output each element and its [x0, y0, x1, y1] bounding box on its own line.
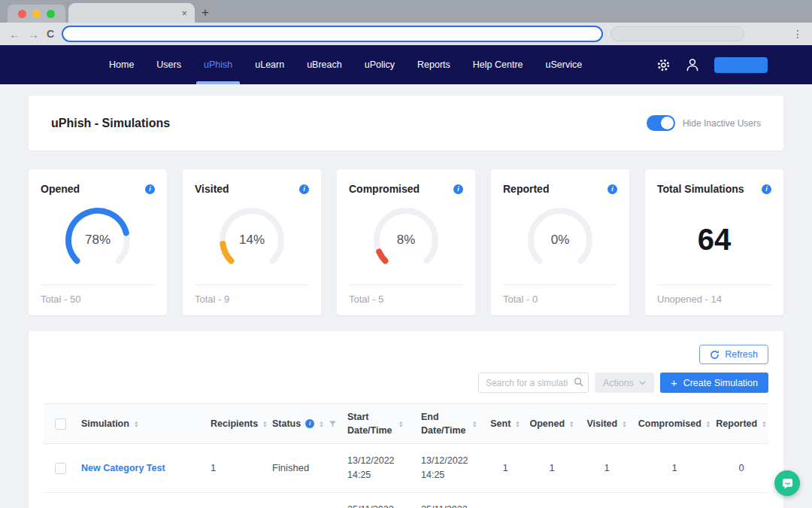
user-profile-icon[interactable] — [685, 57, 700, 72]
column-status[interactable]: Statusi▲▼ — [268, 404, 343, 444]
nav-item-uphish[interactable]: uPhish — [204, 45, 232, 84]
tab-close-icon[interactable]: × — [181, 8, 187, 18]
recipients-cell: 1 — [206, 444, 268, 493]
info-icon[interactable]: i — [299, 184, 309, 194]
stat-footer: Total - 50 — [41, 294, 155, 305]
stat-title: Visited — [195, 183, 229, 195]
table-header-row: Simulation▲▼ Recipients▲▼ Statusi▲▼ Star… — [44, 404, 768, 444]
hide-inactive-label: Hide Inactive Users — [683, 118, 761, 129]
create-simulation-button[interactable]: + Create Simulation — [660, 373, 768, 393]
forward-icon[interactable]: → — [28, 29, 39, 40]
nav-item-reports[interactable]: Reports — [417, 45, 450, 84]
sent-cell: 1 — [486, 444, 525, 493]
nav-action-button[interactable] — [714, 57, 768, 73]
compromised-cell: 1 — [635, 492, 714, 508]
info-icon[interactable]: i — [453, 184, 463, 194]
simulation-search-input[interactable] — [478, 373, 589, 393]
opened-gauge: 78% — [41, 195, 155, 284]
new-tab-button[interactable]: + — [195, 3, 216, 23]
row-checkbox[interactable] — [55, 463, 66, 474]
plus-icon: + — [671, 377, 677, 388]
status-cell: Finished — [268, 444, 343, 493]
back-icon[interactable]: ← — [9, 29, 20, 40]
nav-item-users[interactable]: Users — [156, 45, 181, 84]
nav-item-ulearn[interactable]: uLearn — [255, 45, 284, 84]
sort-icon[interactable]: ▲▼ — [472, 420, 477, 427]
settings-gear-icon[interactable] — [656, 58, 671, 72]
sort-icon[interactable]: ▲▼ — [622, 420, 626, 427]
browser-menu-icon[interactable]: ⋮ — [792, 28, 803, 40]
visited-cell: 1 — [579, 444, 635, 493]
page-title: uPhish - Simulations — [51, 117, 170, 130]
page-content: uPhish - Simulations Hide Inactive Users… — [0, 84, 812, 508]
page-header-card: uPhish - Simulations Hide Inactive Users — [29, 96, 783, 151]
refresh-button[interactable]: Refresh — [699, 345, 768, 364]
table-row: New Category Test 1 Finished 13/12/20221… — [44, 444, 768, 493]
chevron-down-icon — [639, 381, 646, 385]
info-icon[interactable]: i — [762, 184, 771, 194]
column-end-datetime[interactable]: End Date/Time▲▼ — [417, 404, 486, 444]
gauge-percent: 14% — [239, 233, 265, 248]
stat-card-visited: Visited i 14% Total - 9 — [183, 169, 321, 315]
sort-icon[interactable]: ▲▼ — [262, 420, 267, 427]
end-datetime-cell: 13/12/202214:25 — [417, 444, 486, 493]
stat-footer: Total - 9 — [195, 294, 309, 305]
select-all-checkbox[interactable] — [55, 418, 66, 430]
column-visited[interactable]: Visited▲▼ — [579, 404, 635, 444]
chat-widget-button[interactable] — [774, 470, 800, 496]
column-recipients[interactable]: Recipients▲▼ — [206, 404, 268, 444]
toggle-knob — [661, 117, 674, 129]
sort-icon[interactable]: ▲▼ — [398, 420, 403, 427]
reload-icon[interactable]: C — [47, 28, 54, 40]
sort-icon[interactable]: ▲▼ — [706, 420, 710, 427]
sort-icon[interactable]: ▲▼ — [515, 420, 520, 427]
address-bar[interactable] — [62, 26, 603, 42]
info-icon[interactable]: i — [145, 184, 155, 194]
divider — [41, 284, 155, 285]
hide-inactive-toggle[interactable] — [647, 115, 675, 131]
close-window-button[interactable] — [18, 10, 26, 18]
start-datetime-cell: 25/11/202209:54 — [343, 492, 417, 508]
toolbar-secondary-field[interactable] — [611, 26, 744, 41]
nav-item-home[interactable]: Home — [109, 45, 134, 84]
nav-item-ubreach[interactable]: uBreach — [307, 45, 342, 84]
status-cell: Finished — [268, 492, 343, 508]
gauge-percent: 8% — [397, 233, 416, 248]
stat-card-reported: Reported i 0% Total - 0 — [491, 169, 629, 315]
column-reported[interactable]: Reported▲▼ — [714, 404, 768, 444]
sort-icon[interactable]: ▲▼ — [134, 420, 138, 427]
info-icon[interactable]: i — [607, 184, 617, 194]
opened-cell: 1 — [525, 492, 579, 508]
reported-cell: 0 — [714, 444, 768, 493]
nav-item-upolicy[interactable]: uPolicy — [365, 45, 395, 84]
stat-title: Total Simulations — [657, 183, 744, 195]
sort-icon[interactable]: ▲▼ — [762, 420, 766, 427]
browser-tab[interactable]: × — [68, 3, 195, 23]
nav-item-uservice[interactable]: uService — [546, 45, 583, 84]
actions-dropdown-button[interactable]: Actions — [595, 373, 654, 393]
simulation-link[interactable]: New Category Test — [81, 463, 165, 473]
column-compromised[interactable]: Compromised▲▼ — [635, 404, 714, 444]
sort-icon[interactable]: ▲▼ — [569, 420, 574, 427]
maximize-window-button[interactable] — [47, 10, 55, 18]
filter-funnel-icon[interactable] — [329, 420, 337, 428]
sort-icon[interactable]: ▲▼ — [319, 420, 323, 427]
stat-footer: Unopened - 14 — [657, 294, 771, 305]
refresh-label: Refresh — [725, 349, 758, 360]
browser-chrome: × + ← → C ⋮ — [0, 0, 812, 45]
column-start-datetime[interactable]: Start Date/Time▲▼ — [343, 404, 417, 444]
compromised-gauge: 8% — [349, 195, 463, 284]
column-sent[interactable]: Sent▲▼ — [486, 404, 525, 444]
stat-card-total-simulations: Total Simulations i 64 Unopened - 14 — [645, 169, 783, 315]
gauge-percent: 0% — [551, 233, 570, 248]
nav-item-help-centre[interactable]: Help Centre — [473, 45, 523, 84]
browser-toolbar: ← → C ⋮ — [0, 23, 812, 45]
minimize-window-button[interactable] — [32, 10, 41, 18]
start-datetime-cell: 13/12/202214:25 — [343, 444, 417, 493]
opened-cell: 1 — [525, 444, 579, 493]
status-info-icon[interactable]: i — [305, 419, 314, 428]
stats-row: Opened i 78% Total - 50 Visited i 14% To… — [29, 169, 783, 315]
column-opened[interactable]: Opened▲▼ — [525, 404, 579, 444]
column-simulation[interactable]: Simulation▲▼ — [77, 404, 206, 444]
recipients-cell: 1 — [206, 492, 268, 508]
